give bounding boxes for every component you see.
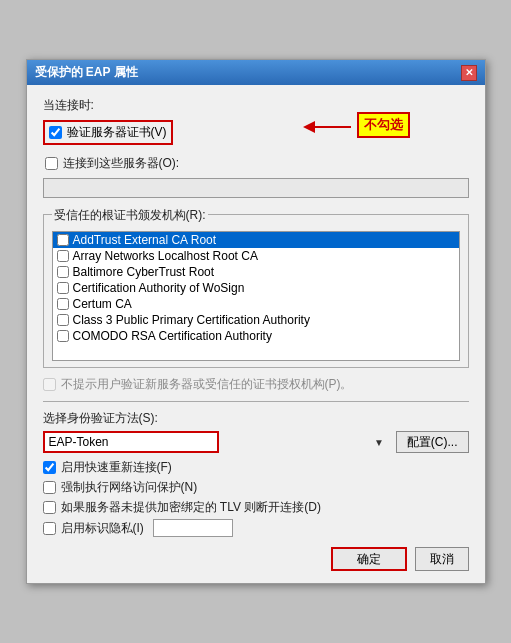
options-list: 启用快速重新连接(F)强制执行网络访问保护(N)如果服务器未提供加密绑定的 TL… (43, 459, 469, 537)
option-checkbox-3[interactable] (43, 522, 56, 535)
option-row-0: 启用快速重新连接(F) (43, 459, 469, 476)
list-item-label: COMODO RSA Certification Authority (73, 329, 272, 343)
arrow-icon (303, 113, 353, 141)
separator (43, 401, 469, 402)
option-checkbox-0[interactable] (43, 461, 56, 474)
trusted-ca-list[interactable]: AddTrust External CA RootArray Networks … (52, 231, 460, 361)
dialog-body: 当连接时: 验证服务器证书(V) 不勾选 (27, 85, 485, 583)
option-checkbox-2[interactable] (43, 501, 56, 514)
option-label-3: 启用标识隐私(I) (61, 520, 144, 537)
list-item-checkbox[interactable] (57, 314, 69, 326)
list-item-label: AddTrust External CA Root (73, 233, 217, 247)
connect-servers-row: 连接到这些服务器(O): (45, 155, 469, 172)
list-item-checkbox[interactable] (57, 330, 69, 342)
list-item-checkbox[interactable] (57, 250, 69, 262)
title-bar: 受保护的 EAP 属性 ✕ (27, 60, 485, 85)
trusted-ca-group: 受信任的根证书颁发机构(R): AddTrust External CA Roo… (43, 214, 469, 368)
connect-servers-label: 连接到这些服务器(O): (63, 155, 180, 172)
no-prompt-label: 不提示用户验证新服务器或受信任的证书授权机构(P)。 (61, 376, 353, 393)
auth-dropdown[interactable]: EAP-TokenEAP-MSCHAP v2Smart Card or othe… (43, 431, 219, 453)
ok-button[interactable]: 确定 (331, 547, 407, 571)
list-item[interactable]: Array Networks Localhost Root CA (53, 248, 459, 264)
select-auth-label: 选择身份验证方法(S): (43, 410, 469, 427)
identity-privacy-input[interactable] (153, 519, 233, 537)
option-label-0: 启用快速重新连接(F) (61, 459, 172, 476)
dialog: 受保护的 EAP 属性 ✕ 当连接时: 验证服务器证书(V) (26, 59, 486, 584)
dropdown-arrow-icon: ▼ (374, 437, 384, 448)
option-label-1: 强制执行网络访问保护(N) (61, 479, 198, 496)
list-item[interactable]: Class 3 Public Primary Certification Aut… (53, 312, 459, 328)
dialog-title: 受保护的 EAP 属性 (35, 64, 138, 81)
no-check-annotation: 不勾选 (357, 112, 410, 138)
connect-servers-checkbox[interactable] (45, 157, 58, 170)
bottom-buttons: 确定 取消 (43, 547, 469, 571)
close-button[interactable]: ✕ (461, 65, 477, 81)
option-row-2: 如果服务器未提供加密绑定的 TLV 则断开连接(D) (43, 499, 469, 516)
trusted-ca-label: 受信任的根证书颁发机构(R): (52, 207, 208, 224)
list-item-label: Class 3 Public Primary Certification Aut… (73, 313, 310, 327)
annotation-area: 不勾选 (303, 112, 410, 142)
list-item-label: Certification Authority of WoSign (73, 281, 245, 295)
select-auth-row: EAP-TokenEAP-MSCHAP v2Smart Card or othe… (43, 431, 469, 453)
verify-server-cert-checkbox[interactable] (49, 126, 62, 139)
list-item-checkbox[interactable] (57, 266, 69, 278)
option-row-1: 强制执行网络访问保护(N) (43, 479, 469, 496)
list-item[interactable]: Certum CA (53, 296, 459, 312)
option-label-2: 如果服务器未提供加密绑定的 TLV 则断开连接(D) (61, 499, 321, 516)
list-item-label: Certum CA (73, 297, 132, 311)
no-prompt-row: 不提示用户验证新服务器或受信任的证书授权机构(P)。 (43, 376, 469, 393)
auth-dropdown-wrapper: EAP-TokenEAP-MSCHAP v2Smart Card or othe… (43, 431, 388, 453)
option-checkbox-1[interactable] (43, 481, 56, 494)
list-item-checkbox[interactable] (57, 234, 69, 246)
no-prompt-checkbox[interactable] (43, 378, 56, 391)
cancel-button[interactable]: 取消 (415, 547, 469, 571)
option-row-3: 启用标识隐私(I) (43, 519, 469, 537)
list-item[interactable]: COMODO RSA Certification Authority (53, 328, 459, 344)
list-item-label: Baltimore CyberTrust Root (73, 265, 215, 279)
list-item[interactable]: Certification Authority of WoSign (53, 280, 459, 296)
list-item-checkbox[interactable] (57, 298, 69, 310)
verify-cert-area: 验证服务器证书(V) 不勾选 (43, 120, 469, 151)
verify-server-cert-row: 验证服务器证书(V) (43, 120, 173, 145)
list-item-label: Array Networks Localhost Root CA (73, 249, 258, 263)
config-button[interactable]: 配置(C)... (396, 431, 469, 453)
list-item[interactable]: Baltimore CyberTrust Root (53, 264, 459, 280)
servers-input[interactable] (43, 178, 469, 198)
list-item[interactable]: AddTrust External CA Root (53, 232, 459, 248)
verify-server-cert-label: 验证服务器证书(V) (67, 124, 167, 141)
list-item-checkbox[interactable] (57, 282, 69, 294)
